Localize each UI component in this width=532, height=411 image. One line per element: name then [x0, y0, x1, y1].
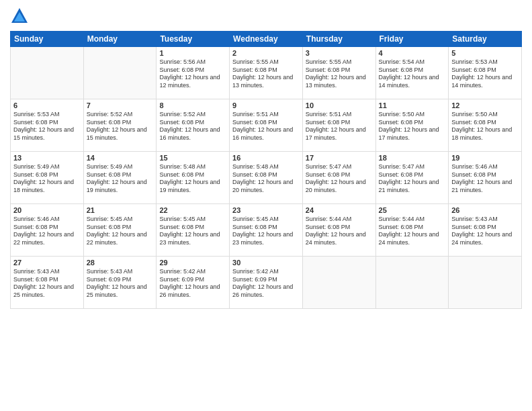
day-number: 21 — [87, 206, 154, 214]
day-info: Sunrise: 5:45 AM Sunset: 6:08 PM Dayligh… — [232, 216, 300, 247]
day-number: 10 — [306, 101, 373, 109]
day-number: 19 — [451, 154, 519, 162]
day-number: 6 — [13, 101, 81, 109]
day-info: Sunrise: 5:55 AM Sunset: 6:08 PM Dayligh… — [306, 58, 373, 90]
day-cell-20: 20Sunrise: 5:46 AM Sunset: 6:08 PM Dayli… — [11, 204, 84, 257]
day-cell-15: 15Sunrise: 5:48 AM Sunset: 6:08 PM Dayli… — [157, 152, 230, 204]
day-number: 30 — [232, 259, 300, 267]
day-number: 8 — [159, 101, 226, 109]
day-cell-11: 11Sunrise: 5:50 AM Sunset: 6:08 PM Dayli… — [375, 99, 449, 152]
calendar-week-row: 27Sunrise: 5:43 AM Sunset: 6:08 PM Dayli… — [11, 257, 522, 309]
day-cell-28: 28Sunrise: 5:43 AM Sunset: 6:09 PM Dayli… — [83, 257, 157, 309]
day-info: Sunrise: 5:47 AM Sunset: 6:08 PM Dayligh… — [379, 163, 446, 195]
empty-day-cell — [302, 257, 375, 309]
weekday-header-sunday: Sunday — [11, 32, 84, 47]
day-cell-23: 23Sunrise: 5:45 AM Sunset: 6:08 PM Dayli… — [230, 204, 303, 257]
empty-day-cell — [11, 47, 84, 99]
header — [10, 7, 522, 26]
day-number: 13 — [13, 154, 81, 162]
day-cell-12: 12Sunrise: 5:50 AM Sunset: 6:08 PM Dayli… — [449, 99, 522, 152]
day-cell-27: 27Sunrise: 5:43 AM Sunset: 6:08 PM Dayli… — [11, 257, 84, 309]
weekday-header-thursday: Thursday — [302, 32, 375, 47]
day-info: Sunrise: 5:52 AM Sunset: 6:08 PM Dayligh… — [87, 111, 154, 142]
day-cell-14: 14Sunrise: 5:49 AM Sunset: 6:08 PM Dayli… — [83, 152, 157, 204]
day-cell-8: 8Sunrise: 5:52 AM Sunset: 6:08 PM Daylig… — [157, 99, 230, 152]
day-cell-10: 10Sunrise: 5:51 AM Sunset: 6:08 PM Dayli… — [302, 99, 375, 152]
day-cell-25: 25Sunrise: 5:44 AM Sunset: 6:08 PM Dayli… — [375, 204, 449, 257]
day-cell-5: 5Sunrise: 5:53 AM Sunset: 6:08 PM Daylig… — [449, 47, 522, 99]
day-cell-4: 4Sunrise: 5:54 AM Sunset: 6:08 PM Daylig… — [375, 47, 449, 99]
calendar-week-row: 13Sunrise: 5:49 AM Sunset: 6:08 PM Dayli… — [11, 152, 522, 204]
weekday-header-friday: Friday — [375, 32, 449, 47]
day-number: 4 — [379, 49, 446, 57]
day-number: 18 — [379, 154, 446, 162]
logo-icon — [10, 7, 29, 26]
day-info: Sunrise: 5:49 AM Sunset: 6:08 PM Dayligh… — [87, 163, 154, 195]
weekday-header-row: SundayMondayTuesdayWednesdayThursdayFrid… — [11, 32, 522, 47]
empty-day-cell — [375, 257, 449, 309]
day-number: 5 — [451, 49, 519, 57]
day-cell-3: 3Sunrise: 5:55 AM Sunset: 6:08 PM Daylig… — [302, 47, 375, 99]
day-info: Sunrise: 5:43 AM Sunset: 6:08 PM Dayligh… — [13, 268, 81, 300]
weekday-header-tuesday: Tuesday — [157, 32, 230, 47]
day-info: Sunrise: 5:54 AM Sunset: 6:08 PM Dayligh… — [379, 58, 446, 90]
day-info: Sunrise: 5:50 AM Sunset: 6:08 PM Dayligh… — [379, 111, 446, 142]
day-cell-26: 26Sunrise: 5:43 AM Sunset: 6:08 PM Dayli… — [449, 204, 522, 257]
day-info: Sunrise: 5:50 AM Sunset: 6:08 PM Dayligh… — [451, 111, 519, 142]
day-number: 22 — [159, 206, 226, 214]
day-cell-1: 1Sunrise: 5:56 AM Sunset: 6:08 PM Daylig… — [157, 47, 230, 99]
empty-day-cell — [449, 257, 522, 309]
calendar-week-row: 6Sunrise: 5:53 AM Sunset: 6:08 PM Daylig… — [11, 99, 522, 152]
day-number: 11 — [379, 101, 446, 109]
day-cell-9: 9Sunrise: 5:51 AM Sunset: 6:08 PM Daylig… — [230, 99, 303, 152]
day-number: 24 — [306, 206, 373, 214]
day-cell-19: 19Sunrise: 5:46 AM Sunset: 6:08 PM Dayli… — [449, 152, 522, 204]
day-cell-16: 16Sunrise: 5:48 AM Sunset: 6:08 PM Dayli… — [230, 152, 303, 204]
day-info: Sunrise: 5:55 AM Sunset: 6:08 PM Dayligh… — [232, 58, 300, 90]
empty-day-cell — [83, 47, 157, 99]
day-cell-13: 13Sunrise: 5:49 AM Sunset: 6:08 PM Dayli… — [11, 152, 84, 204]
day-cell-24: 24Sunrise: 5:44 AM Sunset: 6:08 PM Dayli… — [302, 204, 375, 257]
day-info: Sunrise: 5:44 AM Sunset: 6:08 PM Dayligh… — [379, 216, 446, 247]
day-number: 15 — [159, 154, 226, 162]
day-number: 25 — [379, 206, 446, 214]
day-number: 7 — [87, 101, 154, 109]
day-info: Sunrise: 5:47 AM Sunset: 6:08 PM Dayligh… — [306, 163, 373, 195]
day-number: 16 — [232, 154, 300, 162]
day-number: 12 — [451, 101, 519, 109]
day-info: Sunrise: 5:52 AM Sunset: 6:08 PM Dayligh… — [159, 111, 226, 142]
day-info: Sunrise: 5:48 AM Sunset: 6:08 PM Dayligh… — [159, 163, 226, 195]
day-info: Sunrise: 5:42 AM Sunset: 6:09 PM Dayligh… — [159, 268, 226, 300]
day-cell-17: 17Sunrise: 5:47 AM Sunset: 6:08 PM Dayli… — [302, 152, 375, 204]
page: SundayMondayTuesdayWednesdayThursdayFrid… — [0, 0, 532, 411]
day-info: Sunrise: 5:43 AM Sunset: 6:09 PM Dayligh… — [87, 268, 154, 300]
day-number: 3 — [306, 49, 373, 57]
day-number: 26 — [451, 206, 519, 214]
day-info: Sunrise: 5:44 AM Sunset: 6:08 PM Dayligh… — [306, 216, 373, 247]
calendar-week-row: 20Sunrise: 5:46 AM Sunset: 6:08 PM Dayli… — [11, 204, 522, 257]
day-info: Sunrise: 5:45 AM Sunset: 6:08 PM Dayligh… — [87, 216, 154, 247]
day-info: Sunrise: 5:42 AM Sunset: 6:09 PM Dayligh… — [232, 268, 300, 300]
day-info: Sunrise: 5:46 AM Sunset: 6:08 PM Dayligh… — [13, 216, 81, 247]
day-info: Sunrise: 5:53 AM Sunset: 6:08 PM Dayligh… — [13, 111, 81, 142]
day-cell-18: 18Sunrise: 5:47 AM Sunset: 6:08 PM Dayli… — [375, 152, 449, 204]
weekday-header-saturday: Saturday — [449, 32, 522, 47]
day-number: 14 — [87, 154, 154, 162]
day-cell-29: 29Sunrise: 5:42 AM Sunset: 6:09 PM Dayli… — [157, 257, 230, 309]
day-number: 9 — [232, 101, 300, 109]
day-info: Sunrise: 5:51 AM Sunset: 6:08 PM Dayligh… — [232, 111, 300, 142]
logo — [10, 7, 32, 26]
day-info: Sunrise: 5:51 AM Sunset: 6:08 PM Dayligh… — [306, 111, 373, 142]
weekday-header-monday: Monday — [83, 32, 157, 47]
day-number: 27 — [13, 259, 81, 267]
day-number: 29 — [159, 259, 226, 267]
day-number: 20 — [13, 206, 81, 214]
calendar-table: SundayMondayTuesdayWednesdayThursdayFrid… — [10, 31, 522, 309]
day-cell-21: 21Sunrise: 5:45 AM Sunset: 6:08 PM Dayli… — [83, 204, 157, 257]
day-number: 17 — [306, 154, 373, 162]
weekday-header-wednesday: Wednesday — [230, 32, 303, 47]
day-cell-2: 2Sunrise: 5:55 AM Sunset: 6:08 PM Daylig… — [230, 47, 303, 99]
calendar-week-row: 1Sunrise: 5:56 AM Sunset: 6:08 PM Daylig… — [11, 47, 522, 99]
day-info: Sunrise: 5:53 AM Sunset: 6:08 PM Dayligh… — [451, 58, 519, 90]
day-number: 2 — [232, 49, 300, 57]
